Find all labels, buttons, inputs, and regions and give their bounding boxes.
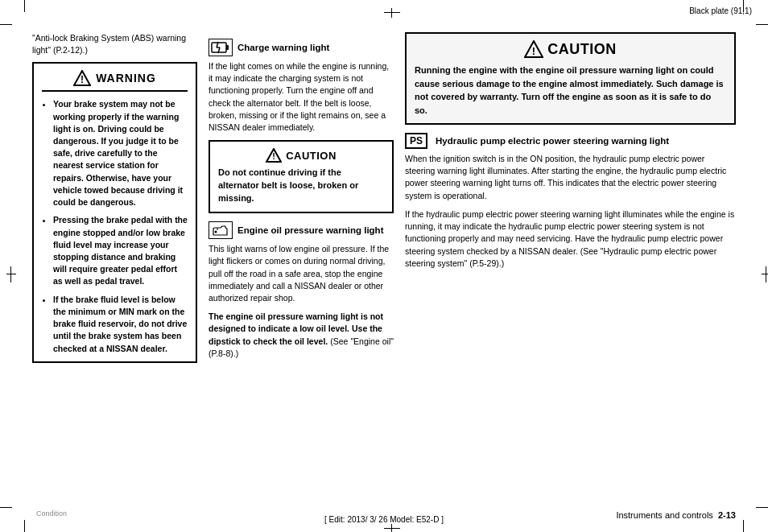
warning-header: ! WARNING [42,70,188,92]
caution-right-title: CAUTION [547,41,617,58]
edit-info: [ Edit: 2013/ 3/ 26 Model: E52-D ] [324,515,444,524]
warning-item-1: Your brake system may not be working pro… [53,98,188,208]
footer-section-label: Instruments and controls [616,510,712,520]
caution-box-middle: ! CAUTION Do not continue driving if the… [209,140,394,213]
engine-oil-section-header: Engine oil pressure warning light [209,221,394,239]
footer-page-number: 2-13 [718,510,736,520]
hydraulic-section-header: PS Hydraulic pump electric power steerin… [405,133,736,149]
svg-point-9 [215,231,217,233]
charge-section-header: Charge warning light [209,39,394,56]
warning-box: ! WARNING Your brake system may not be w… [32,62,197,362]
engine-oil-body: This light warns of low engine oil press… [209,243,394,304]
battery-charge-icon [211,41,230,54]
caution-right-body: Running the engine with the engine oil p… [415,64,726,117]
caution-middle-body: Do not continue driving if the alternato… [218,167,384,205]
svg-rect-3 [226,45,229,50]
engine-oil-section-title: Engine oil pressure warning light [237,225,383,235]
header-plate-info: Black plate (91,1) [689,6,752,15]
warning-item-3: If the brake fluid level is below the mi… [53,294,188,355]
hydraulic-section-title: Hydraulic pump electric power steering w… [436,136,669,146]
caution-middle-title: CAUTION [286,150,337,162]
warning-triangle-icon: ! [73,70,91,86]
svg-text:!: ! [272,151,275,161]
caution-right-header: ! CAUTION [415,40,726,58]
warning-title: WARNING [96,72,156,85]
left-column: "Anti-lock Braking System (ABS) warning … [32,32,197,500]
hydraulic-body-2: If the hydraulic pump electric power ste… [405,208,736,270]
right-column: ! CAUTION Running the engine with the en… [405,32,736,500]
hydraulic-body-1: When the ignition switch is in the ON po… [405,153,736,202]
oil-can-icon [211,224,230,237]
svg-text:!: ! [532,45,535,57]
content-area: "Anti-lock Braking System (ABS) warning … [32,32,736,500]
engine-oil-icon [209,221,233,239]
charge-section-title: Charge warning light [237,43,329,52]
charge-section-body: If the light comes on while the engine i… [209,60,394,134]
abs-reference-text: "Anti-lock Braking System (ABS) warning … [32,32,197,56]
ps-icon: PS [405,133,427,149]
condition-text: Condition [36,509,67,518]
charge-icon [209,39,233,56]
caution-right-triangle-icon: ! [524,40,543,58]
caution-box-right: ! CAUTION Running the engine with the en… [405,32,736,125]
warning-item-2: Pressing the brake pedal with the engine… [53,214,188,287]
warning-items-list: Your brake system may not be working pro… [42,98,188,354]
svg-text:!: ! [81,74,84,85]
caution-middle-triangle-icon: ! [266,148,282,163]
middle-column: Charge warning light If the light comes … [209,32,394,500]
caution-middle-header: ! CAUTION [218,148,384,163]
